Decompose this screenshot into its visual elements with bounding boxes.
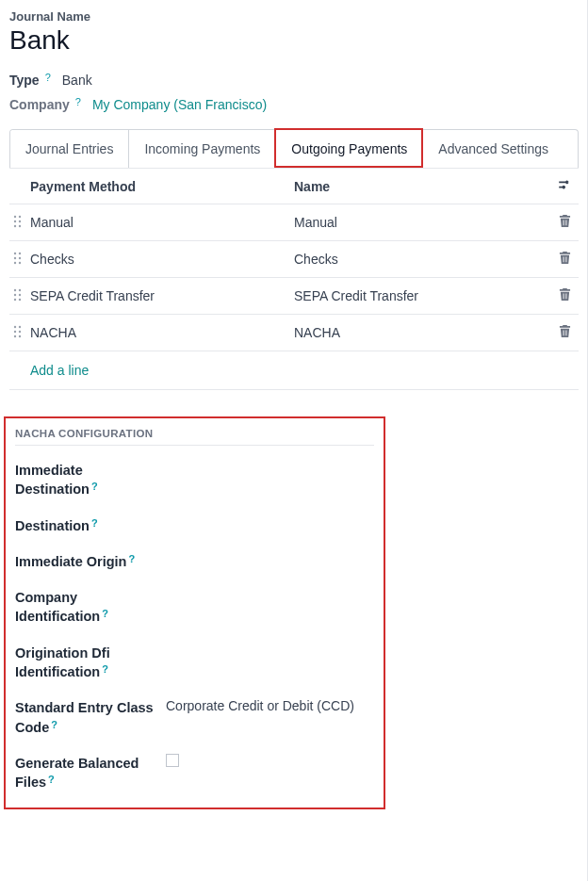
col-payment-method: Payment Method (30, 179, 294, 194)
help-icon[interactable]: ? (128, 553, 135, 564)
help-icon[interactable]: ? (91, 517, 98, 529)
svg-point-22 (14, 335, 16, 337)
nacha-configuration-section: NACHA CONFIGURATION Immediate Destinatio… (4, 416, 385, 809)
generate-balanced-files-checkbox[interactable] (166, 754, 179, 767)
help-icon[interactable]: ? (102, 663, 108, 675)
help-icon[interactable]: ? (45, 72, 51, 83)
name-cell[interactable]: SEPA Credit Transfer (294, 288, 550, 303)
svg-point-15 (19, 294, 21, 296)
trash-icon[interactable] (559, 288, 571, 304)
help-icon[interactable]: ? (51, 719, 57, 730)
immediate-origin-label: Immediate Origin? (15, 552, 166, 571)
journal-title[interactable]: Bank (9, 25, 579, 56)
table-row[interactable]: ChecksChecks (9, 241, 579, 278)
help-icon[interactable]: ? (102, 608, 108, 619)
destination-label: Destination? (15, 516, 166, 535)
type-value[interactable]: Bank (62, 73, 92, 88)
help-icon[interactable]: ? (75, 96, 81, 107)
trash-icon[interactable] (559, 252, 571, 268)
svg-point-7 (19, 253, 21, 254)
svg-point-12 (14, 289, 16, 291)
company-value[interactable]: My Company (San Francisco) (92, 97, 267, 112)
immediate-destination-label: Immediate Destination? (15, 461, 166, 499)
col-name: Name (294, 179, 550, 194)
name-cell[interactable]: NACHA (294, 325, 550, 340)
svg-point-0 (14, 216, 16, 218)
svg-point-4 (14, 225, 16, 227)
svg-point-1 (19, 216, 21, 218)
help-icon[interactable]: ? (48, 774, 55, 785)
standard-entry-class-code-value[interactable]: Corporate Credit or Debit (CCD) (166, 698, 374, 713)
settings-icon[interactable] (557, 178, 571, 194)
add-line-button[interactable]: Add a line (9, 351, 579, 390)
svg-point-21 (19, 331, 21, 333)
svg-point-9 (19, 257, 21, 259)
drag-handle-icon[interactable] (9, 215, 30, 230)
svg-point-3 (19, 220, 21, 222)
svg-point-18 (14, 326, 16, 328)
svg-point-13 (19, 289, 21, 291)
payment-method-cell: NACHA (30, 325, 294, 340)
journal-name-label: Journal Name (9, 9, 579, 24)
drag-handle-icon[interactable] (9, 325, 30, 340)
svg-point-8 (14, 257, 16, 259)
svg-point-14 (14, 294, 16, 296)
payment-method-cell: Checks (30, 252, 294, 267)
trash-icon[interactable] (559, 215, 571, 231)
svg-point-11 (19, 262, 21, 264)
name-cell[interactable]: Manual (294, 215, 550, 230)
nacha-section-title: NACHA CONFIGURATION (15, 428, 374, 446)
svg-point-5 (19, 225, 21, 227)
company-label: Company (9, 97, 70, 112)
trash-icon[interactable] (559, 325, 571, 341)
standard-entry-class-code-label: Standard Entry Class Code? (15, 698, 166, 737)
generate-balanced-files-label: Generate Balanced Files? (15, 754, 166, 792)
tab-advanced-settings[interactable]: Advanced Settings (423, 130, 564, 168)
svg-point-20 (14, 331, 16, 333)
svg-point-6 (14, 253, 16, 254)
svg-point-17 (19, 299, 21, 301)
svg-point-16 (14, 299, 16, 301)
svg-point-2 (14, 220, 16, 222)
name-cell[interactable]: Checks (294, 252, 550, 267)
tab-outgoing-payments[interactable]: Outgoing Payments (276, 130, 423, 168)
drag-handle-icon[interactable] (9, 252, 30, 267)
table-row[interactable]: NACHANACHA (9, 315, 579, 351)
table-row[interactable]: SEPA Credit TransferSEPA Credit Transfer (9, 278, 579, 315)
origination-dfi-label: Origination Dfi Identification? (15, 644, 166, 682)
payment-method-cell: SEPA Credit Transfer (30, 288, 294, 303)
table-header: Payment Method Name (9, 169, 579, 204)
tab-journal-entries[interactable]: Journal Entries (10, 130, 129, 168)
table-row[interactable]: ManualManual (9, 204, 579, 241)
tab-incoming-payments[interactable]: Incoming Payments (129, 130, 276, 168)
payment-method-cell: Manual (30, 215, 294, 230)
tabs: Journal Entries Incoming Payments Outgoi… (9, 129, 579, 168)
svg-point-19 (19, 326, 21, 328)
svg-point-10 (14, 262, 16, 264)
svg-point-23 (19, 335, 21, 337)
drag-handle-icon[interactable] (9, 288, 30, 303)
help-icon[interactable]: ? (91, 481, 98, 492)
company-identification-label: Company Identification? (15, 588, 166, 627)
type-label: Type (9, 73, 40, 88)
